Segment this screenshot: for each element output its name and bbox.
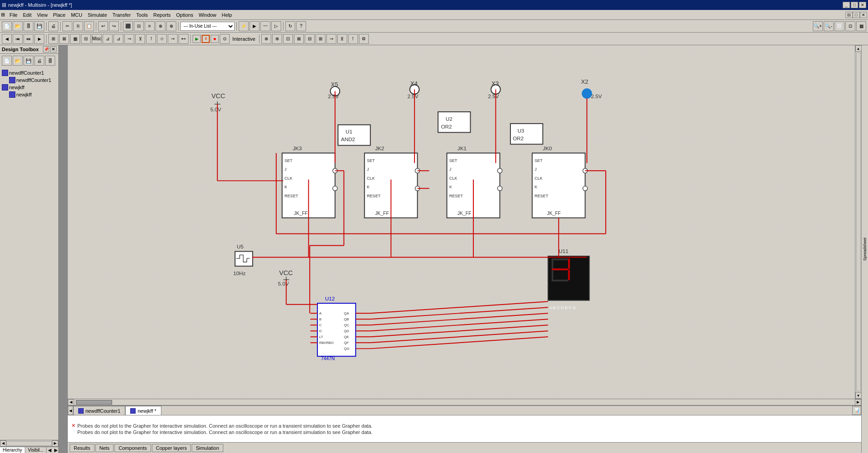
btn-c[interactable]: ▦ <box>70 34 80 44</box>
inst5[interactable]: ⊟ <box>305 34 315 44</box>
help-btn[interactable]: ? <box>296 21 306 31</box>
component2-btn[interactable]: ⊟ <box>134 21 144 31</box>
menu-simulate[interactable]: Simulate <box>85 11 110 19</box>
probe-right-btn[interactable]: ▶ <box>34 34 44 44</box>
menu-tools[interactable]: Tools <box>133 11 151 19</box>
hscroll-left[interactable]: ◀ <box>68 399 74 405</box>
canvas-area[interactable]: VCC 5.0V X5 2.5V X4 2.5V X3 2.5V <box>68 45 861 399</box>
menu-transfer[interactable]: Transfer <box>110 11 134 19</box>
maximize-button[interactable]: □ <box>851 2 858 8</box>
btn-m[interactable]: ⊷ <box>179 34 189 44</box>
hier-tab-hierarchy[interactable]: Hierarchy <box>0 447 25 453</box>
toolbox-db-icon[interactable]: 🗄 <box>45 56 55 66</box>
copy-button[interactable]: ⎘ <box>73 21 83 31</box>
close-button[interactable]: ✕ <box>859 2 866 8</box>
inst3[interactable]: ⊡ <box>283 34 293 44</box>
btn-d[interactable]: ⊟ <box>81 34 91 44</box>
component-btn[interactable]: ⬛ <box>123 21 133 31</box>
btn-a[interactable]: ⊞ <box>48 34 58 44</box>
scope-btn[interactable]: 〰 <box>260 21 270 31</box>
btab-simulation[interactable]: Simulation <box>192 444 223 452</box>
menu-help[interactable]: Help <box>219 11 235 19</box>
tree-item-0[interactable]: newdffCounter1 <box>2 69 57 76</box>
probe-left-btn[interactable]: ◀ <box>2 34 12 44</box>
toolbox-save-icon[interactable]: 💾 <box>24 56 33 66</box>
toolbox-new-icon[interactable]: 📄 <box>2 56 12 66</box>
pause-button[interactable]: ⏸ <box>202 35 210 43</box>
zoom-in-btn[interactable]: 🔍+ <box>813 21 823 31</box>
btab-components[interactable]: Components <box>114 444 151 452</box>
tab-scroll-left[interactable]: ◀ <box>68 406 73 415</box>
title-bar-buttons[interactable]: _ □ ✕ <box>843 2 866 8</box>
btab-nets[interactable]: Nets <box>95 444 114 452</box>
btn-h[interactable]: ⊸ <box>124 34 134 44</box>
inst9[interactable]: ⊺ <box>348 34 358 44</box>
toolbox-print-icon[interactable]: 🖨 <box>34 56 44 66</box>
open-button[interactable]: 📂 <box>13 21 23 31</box>
zoom-out-btn[interactable]: 🔍- <box>824 21 834 31</box>
minimize-button[interactable]: _ <box>843 2 850 8</box>
inst6[interactable]: ⊞ <box>316 34 326 44</box>
redo-button[interactable]: ↪ <box>109 21 119 31</box>
transfer-btn[interactable]: ▶ <box>250 21 259 31</box>
tab-newjkff[interactable]: newjkff * <box>125 406 161 415</box>
btn-j[interactable]: ⊺ <box>146 34 156 44</box>
rotate-btn[interactable]: ↻ <box>285 21 295 31</box>
hier-tab-visibility[interactable]: Visibil... <box>25 447 47 453</box>
canvas-vscrollbar[interactable]: ▲ ▼ <box>855 45 861 399</box>
tree-item-1[interactable]: newdffCounter1 <box>2 76 57 84</box>
btn-i[interactable]: ⊻ <box>135 34 145 44</box>
cut-button[interactable]: ✂ <box>62 21 72 31</box>
restore-button[interactable]: ⊟ <box>845 12 853 18</box>
gear-btn[interactable]: ⚙ <box>359 34 369 44</box>
btn-e[interactable]: Misc <box>92 34 102 44</box>
tree-item-2[interactable]: newjkff <box>2 84 57 91</box>
menu-view[interactable]: View <box>34 11 51 19</box>
probe-step-btn[interactable]: ⏮ <box>13 34 23 44</box>
canvas-hscrollbar[interactable]: ◀ ▶ <box>68 399 861 405</box>
inst8[interactable]: ⊻ <box>337 34 347 44</box>
tab-newdffcounter1[interactable]: newdffCounter1 <box>73 406 125 415</box>
tree-item-3[interactable]: newjkff <box>2 91 57 98</box>
max2-button[interactable]: □ <box>853 12 860 18</box>
toolbox-scroll-right[interactable]: ▶ <box>52 440 58 447</box>
menu-window[interactable]: Window <box>196 11 219 19</box>
toolbox-pin-btn[interactable]: 📌 <box>43 46 49 52</box>
inst1[interactable]: ⊗ <box>261 34 271 44</box>
toolbox-scroll-left[interactable]: ◀ <box>0 440 6 447</box>
save-button[interactable]: 💾 <box>34 21 44 31</box>
inst4[interactable]: ⊠ <box>294 34 304 44</box>
menu-file[interactable]: File <box>7 11 20 19</box>
zoom-fit-btn[interactable]: ⊡ <box>845 21 855 31</box>
vscroll-up[interactable]: ▲ <box>855 45 862 52</box>
vscroll-down[interactable]: ▼ <box>855 392 862 399</box>
new-button[interactable]: 📄 <box>2 21 12 31</box>
annotate-btn[interactable]: ⊕ <box>156 21 165 31</box>
close2-button[interactable]: ✕ <box>860 12 867 18</box>
hscroll-right[interactable]: ▶ <box>855 399 861 405</box>
btab-copper-layers[interactable]: Copper layers <box>152 444 191 452</box>
grab-btn[interactable]: ⚡ <box>239 21 249 31</box>
toolbox-close-btn[interactable]: ✕ <box>50 46 57 52</box>
inst2[interactable]: ⊕ <box>272 34 282 44</box>
btn-k[interactable]: ⊹ <box>157 34 167 44</box>
hier-tab-next[interactable]: ▶ <box>53 447 59 453</box>
stop-button[interactable]: ■ <box>211 35 219 43</box>
bom-btn[interactable]: ≡ <box>145 21 155 31</box>
btn-g[interactable]: ⊿ <box>113 34 123 44</box>
toolbox-open-icon[interactable]: 📂 <box>13 56 23 66</box>
play-button[interactable]: ▶ <box>193 35 201 43</box>
menu-options[interactable]: Options <box>174 11 196 19</box>
btn-f[interactable]: ⊿ <box>103 34 113 44</box>
inuse-dropdown[interactable]: --- In-Use List --- <box>180 22 235 31</box>
spreadsheet-btn[interactable]: ▦ <box>856 21 866 31</box>
print-button[interactable]: 🖨 <box>48 21 58 31</box>
paste-button[interactable]: 📋 <box>84 21 94 31</box>
btn-l[interactable]: ⊸ <box>168 34 178 44</box>
menu-place[interactable]: Place <box>50 11 68 19</box>
probe-next-btn[interactable]: ⏭ <box>24 34 33 44</box>
btn-b[interactable]: ⊠ <box>59 34 69 44</box>
netlist-btn[interactable]: ⊗ <box>166 21 176 31</box>
open2-button[interactable]: 🗄 <box>24 21 33 31</box>
zoom-area-btn[interactable]: ⬜ <box>835 21 844 31</box>
